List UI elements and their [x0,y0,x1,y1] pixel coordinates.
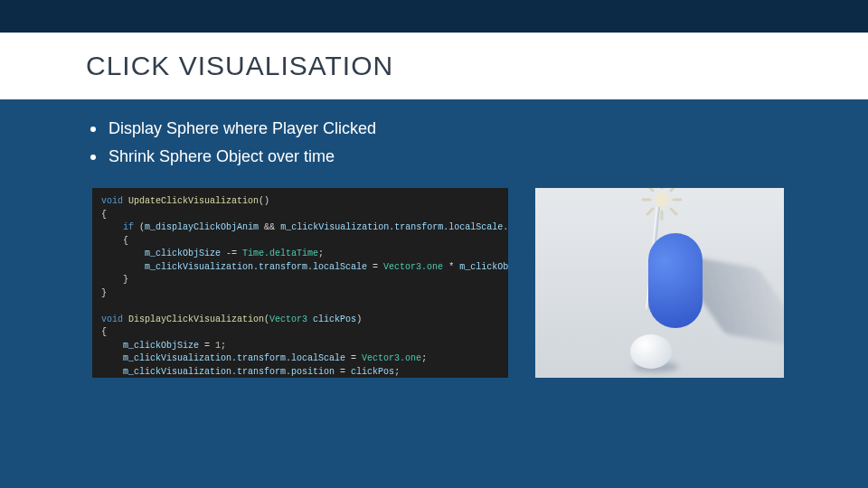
game-screenshot [535,188,784,378]
bullet-text: Shrink Sphere Object over time [108,147,335,166]
click-sphere [630,334,672,369]
code-var: clickPos [313,314,356,324]
code-type: Time.deltaTime [242,249,318,258]
code-var: m_displayClickObjAnim [145,222,259,232]
bullet-item: Display Sphere where Player Clicked [90,119,868,138]
code-var: m_clickObjSize [145,249,221,258]
code-type: Vector3.one [362,353,421,363]
slide-title: CLICK VISUALISATION [86,51,868,81]
code-op: -= [226,249,237,258]
svg-line-7 [671,188,676,191]
bullet-list: Display Sphere where Player Clicked Shri… [0,99,868,166]
code-type: Vector3.one [383,262,443,272]
player-capsule [648,233,703,328]
bullet-text: Display Sphere where Player Clicked [108,119,376,138]
content-row: void UpdateClickVisualization() { if (m_… [0,175,868,378]
code-var: clickPos [351,367,394,377]
code-var: m_clickObjSize [459,262,508,272]
code-var: m_clickVisualization.transform.localScal… [280,222,508,232]
code-snippet: void UpdateClickVisualization() { if (m_… [92,188,508,378]
code-keyword: void [101,314,123,324]
svg-line-6 [671,209,676,214]
code-function: UpdateClickVisualization [128,196,259,206]
top-accent-bar [0,0,868,33]
title-band: CLICK VISUALISATION [0,33,868,99]
bullet-item: Shrink Sphere Object over time [90,147,868,166]
code-var: m_clickVisualization.transform.localScal… [123,353,345,363]
bullet-dot-icon [90,155,96,160]
code-op: = [373,262,378,272]
sun-icon [639,188,684,222]
code-function: DisplayClickVisualization [128,314,264,324]
code-var: m_clickObjSize [123,341,199,351]
svg-point-0 [655,192,669,207]
code-var: m_clickVisualization.transform.position [123,367,335,377]
code-type: Vector3 [269,314,307,324]
svg-line-5 [647,188,653,191]
code-var: m_clickVisualization.transform.localScal… [145,262,367,272]
svg-line-8 [647,209,653,214]
bullet-dot-icon [90,127,96,132]
code-keyword: void [101,196,123,206]
